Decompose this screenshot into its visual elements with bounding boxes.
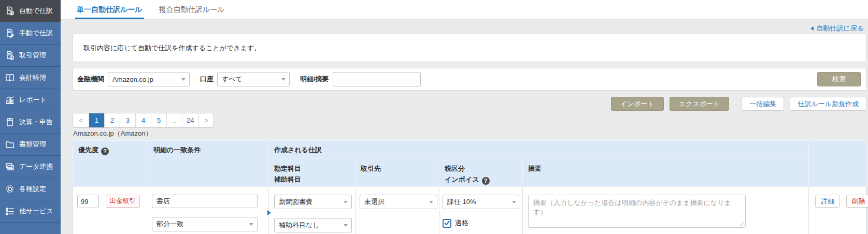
- sidebar-item-data-link[interactable]: データ連携: [0, 156, 61, 178]
- withdrawal-badge: 出金取引: [106, 195, 140, 208]
- cards-icon: [4, 162, 16, 172]
- partner-cell: 未選択: [355, 187, 439, 234]
- help-icon[interactable]: ?: [482, 177, 490, 185]
- search-button[interactable]: 検索: [817, 72, 861, 86]
- sidebar-item-settings[interactable]: 各種設定: [0, 178, 61, 200]
- pagination-page[interactable]: 24: [182, 113, 198, 127]
- chevron-down-icon: [281, 78, 286, 81]
- sidebar-item-label: 各種設定: [19, 184, 46, 194]
- sidebar-item-reports[interactable]: レポート: [0, 89, 61, 111]
- pagination-page[interactable]: 4: [135, 113, 151, 127]
- sub-account-select[interactable]: 補助科目なし: [274, 218, 352, 232]
- account-select[interactable]: すべて: [217, 72, 290, 86]
- header-created-journal: 作成される仕訳: [269, 141, 809, 158]
- help-icon[interactable]: ?: [101, 148, 109, 155]
- bulk-edit-button[interactable]: 一括編集: [742, 97, 784, 111]
- rule-row: 出金取引 部分一致 新聞図書費: [73, 187, 867, 234]
- match-text-input[interactable]: [152, 195, 258, 208]
- back-link-label: 自動仕訳に戻る: [816, 24, 864, 33]
- toolbar: インポート エクスポート 一括編集 仕訳ルール新規作成: [73, 97, 866, 111]
- sidebar-item-other-services[interactable]: 他サービス: [0, 200, 61, 223]
- header-tax: 税区分 インボイス?: [439, 158, 523, 187]
- sidebar-item-label: 会計帳簿: [19, 73, 46, 82]
- tab-compound-auto-journal-rules[interactable]: 複合自動仕訳ルール: [159, 0, 225, 19]
- description-card: 取引内容に応じて自動で仕訳を作成することができます。: [73, 34, 866, 62]
- account-select-row[interactable]: 新聞図書費: [274, 195, 352, 209]
- delete-button[interactable]: 削除: [846, 195, 868, 208]
- tab-single-auto-journal-rules[interactable]: 単一自動仕訳ルール: [77, 0, 143, 19]
- back-to-auto-journal-link[interactable]: 自動仕訳に戻る: [810, 24, 864, 33]
- folder-icon: [4, 139, 16, 150]
- chevron-down-icon: [344, 201, 348, 203]
- create-rule-button[interactable]: 仕訳ルール新規作成: [790, 97, 866, 111]
- pagination-page[interactable]: 2: [104, 113, 120, 127]
- sidebar-item-label: 取引管理: [19, 51, 46, 60]
- ledger-icon: [4, 117, 16, 127]
- rules-table: 優先度? 明細の一致条件 作成される仕訳 勘定科目補助科目 取引先 税区分 イン…: [73, 140, 867, 234]
- tax-value: 課仕 10%: [447, 197, 476, 207]
- tax-select[interactable]: 課仕 10%: [443, 195, 520, 209]
- sidebar-item-label: 自動で仕訳: [19, 6, 53, 16]
- description-filter-input[interactable]: [333, 72, 421, 86]
- memo-textarea[interactable]: [528, 195, 746, 228]
- document-clock-icon: [4, 50, 16, 61]
- pagination-page[interactable]: 3: [120, 113, 135, 127]
- sidebar-item-documents[interactable]: 書類管理: [0, 134, 61, 156]
- sidebar-item-label: 決算・申告: [19, 118, 53, 127]
- account-value: 新聞図書費: [279, 197, 312, 207]
- chevron-down-icon: [344, 224, 348, 227]
- tax-cell: 課仕 10% 適格: [439, 187, 523, 234]
- description-filter-label: 明細/摘要: [300, 75, 329, 84]
- header-partner: 取引先: [355, 158, 439, 187]
- chevron-down-icon: [429, 201, 433, 203]
- filter-bar: 金融機関 Amazon.co.jp 口座 すべて 明細/摘要 検索: [73, 68, 866, 91]
- sidebar-item-label: データ連携: [19, 162, 53, 171]
- sidebar-item-label: レポート: [19, 95, 47, 105]
- invoice-checkbox[interactable]: [443, 219, 451, 228]
- pagination-next[interactable]: >: [198, 113, 214, 127]
- account-label: 口座: [200, 75, 214, 84]
- header-memo: 摘要: [523, 158, 809, 187]
- sidebar-item-label: 書類管理: [19, 140, 46, 149]
- open-book-icon: [4, 72, 16, 83]
- priority-input[interactable]: [77, 195, 99, 208]
- pagination-page-current[interactable]: 1: [89, 113, 104, 127]
- pagination-page[interactable]: 5: [151, 113, 166, 127]
- partner-select[interactable]: 未選択: [360, 195, 437, 209]
- header-account: 勘定科目補助科目: [269, 158, 355, 187]
- header-match-condition: 明細の一致条件: [148, 141, 269, 187]
- pagination: < 1 2 3 4 5 .. 24 >: [73, 113, 214, 128]
- sidebar-item-transactions[interactable]: 取引管理: [0, 45, 61, 67]
- match-type-value: 部分一致: [156, 220, 183, 229]
- sidebar: 自動で仕訳 手動で仕訳 取引管理 会計帳簿 レポート: [0, 0, 61, 234]
- sidebar-item-auto-journal[interactable]: 自動で仕訳: [0, 0, 61, 22]
- chevron-down-icon: [249, 223, 253, 226]
- sidebar-item-manual-journal[interactable]: 手動で仕訳: [0, 22, 61, 45]
- tab-bar: 単一自動仕訳ルール 複合自動仕訳ルール: [61, 0, 868, 20]
- pagination-prev[interactable]: <: [73, 113, 89, 127]
- institution-select[interactable]: Amazon.co.jp: [108, 72, 190, 86]
- row-actions-cell: 詳細 削除: [809, 187, 867, 234]
- app-screen: 自動で仕訳 手動で仕訳 取引管理 会計帳簿 レポート: [0, 0, 868, 234]
- description-text: 取引内容に応じて自動で仕訳を作成することができます。: [83, 43, 261, 53]
- import-button[interactable]: インポート: [611, 97, 664, 111]
- sidebar-item-books[interactable]: 会計帳簿: [0, 67, 61, 89]
- bar-chart-icon: [4, 95, 16, 105]
- header-actions: [809, 141, 867, 187]
- account-cell: 新聞図書費 補助科目なし: [269, 187, 355, 234]
- sidebar-item-closing[interactable]: 決算・申告: [0, 111, 61, 134]
- header-priority: 優先度?: [73, 141, 148, 187]
- institution-select-value: Amazon.co.jp: [112, 76, 153, 83]
- match-type-select[interactable]: 部分一致: [152, 217, 258, 231]
- invoice-checkbox-label: 適格: [455, 218, 468, 228]
- back-arrow-icon: [810, 26, 814, 31]
- arrow-right-icon: [267, 210, 271, 215]
- document-pen-icon: [4, 28, 16, 38]
- export-button[interactable]: エクスポート: [670, 97, 730, 111]
- sub-account-value: 補助科目なし: [279, 221, 320, 230]
- chevron-down-icon: [181, 78, 186, 81]
- match-condition-cell: 部分一致: [148, 187, 269, 234]
- sidebar-item-label: 手動で仕訳: [19, 28, 53, 38]
- sidebar-item-label: 他サービス: [19, 207, 53, 216]
- detail-button[interactable]: 詳細: [815, 195, 840, 208]
